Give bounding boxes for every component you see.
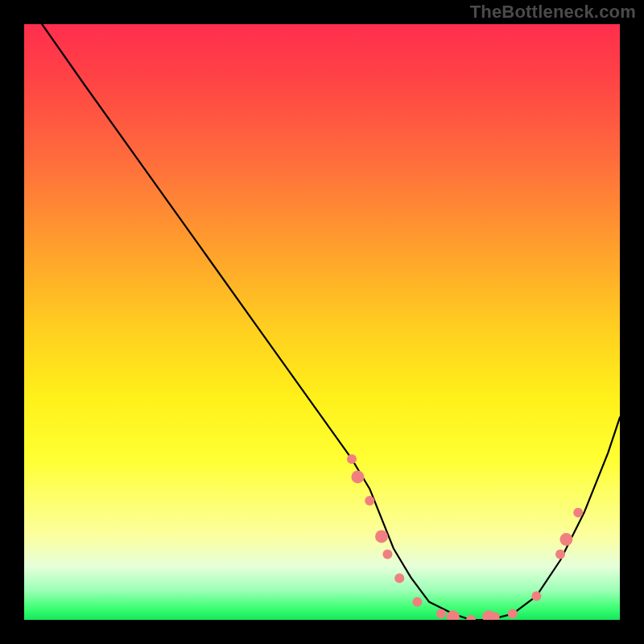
data-marker (531, 591, 541, 601)
watermark-text: TheBottleneck.com (470, 2, 636, 23)
chart-container: TheBottleneck.com (0, 0, 644, 644)
data-marker (573, 508, 583, 518)
data-marker (347, 454, 357, 464)
data-marker (559, 533, 572, 546)
data-marker (436, 609, 446, 619)
data-marker (365, 496, 374, 506)
plot-area (24, 24, 620, 620)
bottleneck-curve (42, 24, 620, 620)
data-marker (382, 550, 392, 559)
data-marker (394, 573, 404, 583)
data-marker (555, 550, 565, 559)
data-marker (375, 530, 388, 543)
data-marker (466, 615, 476, 620)
data-marker (508, 609, 518, 619)
data-marker (351, 470, 364, 483)
curve-overlay (24, 24, 620, 620)
data-marker (412, 597, 422, 607)
